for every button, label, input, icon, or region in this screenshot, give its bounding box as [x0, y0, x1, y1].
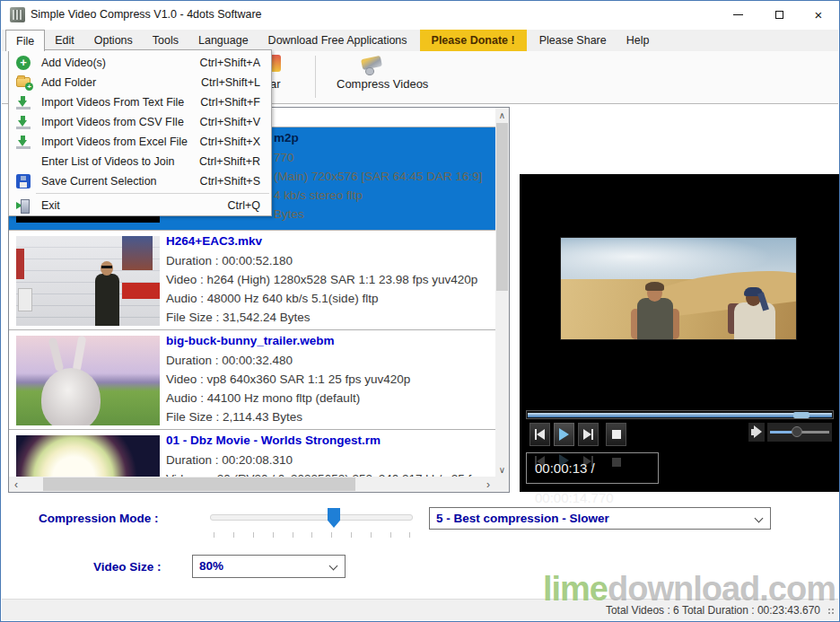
scrollbar-corner	[495, 477, 509, 492]
audio-stream-info: Audio : 48000 Hz 640 kb/s 5.1(side) fltp	[166, 292, 378, 305]
menu-please-donate[interactable]: Please Donate !	[420, 30, 527, 51]
shortcut-label: Ctrl+Shift+S	[200, 175, 260, 188]
skip-end-icon	[583, 429, 591, 440]
menu-item-save-selection[interactable]: Save Current Selection Ctrl+Shift+S	[9, 171, 271, 191]
resize-grip-icon[interactable]	[827, 607, 834, 614]
volume-slider[interactable]	[767, 423, 832, 442]
scroll-down-icon[interactable]: ∨	[495, 462, 509, 477]
play-icon	[559, 428, 569, 441]
menu-item-exit[interactable]: Exit Ctrl+Q	[9, 196, 271, 215]
video-filename: H264+EAC3.mkv	[166, 234, 262, 248]
menu-separator	[36, 193, 269, 194]
menu-please-share[interactable]: Please Share	[529, 30, 617, 51]
menu-language[interactable]: Language	[188, 30, 258, 51]
import-text-icon	[16, 95, 31, 110]
volume-icon[interactable]	[748, 423, 765, 442]
menu-item-add-videos[interactable]: + Add Video(s) Ctrl+Shift+A	[9, 53, 271, 73]
add-folder-icon	[16, 77, 31, 87]
video-frame	[560, 237, 797, 340]
close-button[interactable]: ×	[798, 1, 839, 29]
skip-to-end-button[interactable]	[578, 423, 599, 446]
video-filename: m2p	[274, 131, 299, 145]
slider-tick	[311, 532, 312, 538]
volume-knob[interactable]	[792, 426, 802, 437]
video-thumbnail	[16, 336, 160, 425]
horizontal-scrollbar-thumb[interactable]	[43, 477, 355, 491]
slider-tick	[253, 532, 254, 538]
compression-mode-select[interactable]: 5 - Best compression - Slower	[429, 507, 771, 530]
app-icon	[10, 7, 25, 22]
menu-tools[interactable]: Tools	[143, 30, 188, 51]
compression-slider-track[interactable]	[210, 514, 413, 521]
compress-videos-button[interactable]: Compress Videos	[337, 77, 428, 91]
list-item[interactable]: big-buck-bunny_trailer.webm Duration : 0…	[9, 329, 495, 429]
vertical-scrollbar-thumb[interactable]	[496, 123, 508, 291]
play-button[interactable]	[554, 423, 574, 446]
add-video-icon: +	[16, 56, 31, 70]
menu-help[interactable]: Help	[617, 30, 660, 51]
slider-tick	[233, 532, 234, 538]
seek-bar-thumb[interactable]	[793, 412, 809, 418]
menu-options[interactable]: Options	[84, 30, 143, 51]
statusbar: Total Videos : 6 Total Duration : 00:23:…	[2, 599, 838, 620]
video-filename: 01 - Dbz Movie - Worlds Strongest.rm	[166, 434, 381, 447]
skip-to-start-button[interactable]	[529, 423, 550, 446]
close-icon: ×	[815, 7, 823, 22]
shortcut-label: Ctrl+Shift+V	[200, 116, 260, 128]
video-stream-info: Video : vp8 640x360 SAR 1:1 25 fps yuv42…	[166, 372, 410, 386]
audio-stream-info: Audio : 44100 Hz mono fltp (default)	[166, 391, 360, 405]
file-size: File Size : 2,114.43 Bytes	[166, 410, 302, 424]
video-preview-panel: 00:00:13 / 00:00:14.770	[520, 174, 840, 492]
maximize-button[interactable]	[758, 1, 800, 29]
maximize-icon	[775, 11, 783, 19]
menu-item-enter-join-list[interactable]: Enter List of Videos to Join Ctrl+Shift+…	[9, 152, 271, 171]
vertical-scrollbar[interactable]: ∧ ∨	[495, 108, 509, 477]
menu-edit[interactable]: Edit	[45, 30, 84, 51]
menu-item-import-csv[interactable]: Import Videos from CSV FIle Ctrl+Shift+V	[9, 112, 271, 132]
video-thumbnail	[16, 236, 160, 326]
video-stream-info: Video : h264 (High) 1280x528 SAR 1:1 23.…	[166, 273, 477, 286]
seek-bar[interactable]	[526, 410, 834, 419]
video-size-label: Video Size :	[93, 560, 162, 574]
file-size: Bytes	[274, 207, 304, 221]
compression-mode-label: Compression Mode :	[39, 512, 159, 525]
slider-tick	[371, 532, 372, 538]
import-excel-icon	[16, 135, 31, 149]
menu-download-free-applications[interactable]: Download Free Applications	[258, 30, 417, 51]
video-duration: Duration : 00:20:08.310	[166, 453, 293, 467]
slider-tick	[351, 532, 352, 538]
list-item[interactable]: 01 - Dbz Movie - Worlds Strongest.rm Dur…	[9, 429, 495, 477]
menu-item-import-text[interactable]: Import Videos From Text File Ctrl+Shift+…	[9, 92, 271, 112]
window-title: Simple Video Compress V1.0 - 4dots Softw…	[31, 8, 262, 21]
import-csv-icon	[16, 115, 31, 129]
scroll-right-icon[interactable]: ›	[481, 477, 495, 492]
scroll-left-icon[interactable]: ‹	[9, 477, 23, 492]
menu-item-import-excel[interactable]: Import Videos from Excel File Ctrl+Shift…	[9, 132, 271, 152]
stop-icon	[612, 430, 621, 439]
compression-mode-value: 5 - Best compression - Slower	[436, 512, 609, 525]
video-stream-info: (Main) 720x576 [SAR 64:45 DAR 16:9]	[274, 170, 483, 183]
video-filename: big-buck-bunny_trailer.webm	[166, 334, 335, 347]
toolbar-separator	[315, 56, 316, 98]
compression-slider-thumb[interactable]	[328, 508, 340, 528]
file-menu-dropdown: + Add Video(s) Ctrl+Shift+A Add Folder C…	[8, 49, 272, 216]
menu-file[interactable]: File	[5, 30, 45, 51]
save-icon	[16, 174, 31, 188]
status-totals: Total Videos : 6 Total Duration : 00:23:…	[606, 604, 820, 617]
slider-tick	[214, 532, 214, 538]
scroll-up-icon[interactable]: ∧	[495, 108, 509, 122]
file-size: File Size : 31,542.24 Bytes	[166, 311, 311, 324]
slider-tick	[331, 532, 332, 538]
list-item[interactable]: H264+EAC3.mkv Duration : 00:00:52.180 Vi…	[9, 230, 495, 329]
video-duration: Duration : 00:00:52.180	[166, 254, 293, 267]
stop-button[interactable]	[606, 423, 626, 446]
video-duration: 770	[274, 151, 294, 164]
shortcut-label: Ctrl+Shift+R	[199, 155, 260, 168]
horizontal-scrollbar[interactable]: ‹ ›	[9, 477, 495, 492]
menu-item-add-folder[interactable]: Add Folder Ctrl+Shift+L	[9, 73, 271, 92]
shortcut-label: Ctrl+Shift+L	[201, 76, 260, 89]
video-size-select[interactable]: 80%	[192, 555, 346, 578]
minimize-button[interactable]	[717, 1, 758, 29]
app-window: Simple Video Compress V1.0 - 4dots Softw…	[0, 0, 840, 622]
slider-tick	[409, 532, 410, 538]
